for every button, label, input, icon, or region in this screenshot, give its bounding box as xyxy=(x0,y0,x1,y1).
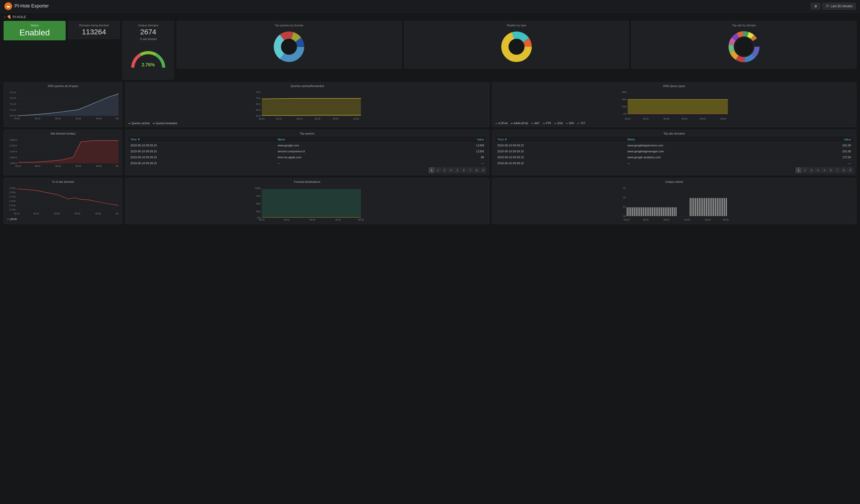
navbar-left: 🕳 PI-Hole Exporter xyxy=(4,2,49,10)
svg-marker-66 xyxy=(628,99,728,114)
time-range-button[interactable]: ⏱ Last 30 minutes xyxy=(822,3,856,10)
svg-rect-178 xyxy=(720,198,721,216)
svg-rect-147 xyxy=(652,207,653,216)
ta-col-value[interactable]: Value xyxy=(798,136,853,143)
svg-rect-146 xyxy=(650,207,651,216)
table-row: 2019-05-10 09:39:15 --- --- xyxy=(128,160,486,166)
status-label: Status xyxy=(8,24,62,27)
table-row: 2019-05-10 09:39:15 www.google-analytics… xyxy=(495,154,853,160)
page-btn-9[interactable]: 9 xyxy=(481,167,486,173)
cached-label: Queries cached xyxy=(131,122,149,125)
svg-rect-158 xyxy=(672,207,673,216)
tads-page-btn-4[interactable]: 4 xyxy=(815,167,821,173)
tq-col-value[interactable]: Value xyxy=(428,136,486,143)
svg-rect-138 xyxy=(636,207,637,216)
section-arrow[interactable]: ∨ xyxy=(4,15,5,18)
svg-text:100%: 100% xyxy=(255,187,261,189)
ads-blocked-title: Ads blocked (today) xyxy=(7,132,119,135)
any-icon xyxy=(531,123,533,124)
svg-text:2.76%: 2.76% xyxy=(9,200,15,202)
forwarded-line-icon xyxy=(153,123,155,124)
page-btn-3[interactable]: 3 xyxy=(442,167,447,173)
svg-text:55 K: 55 K xyxy=(256,115,261,117)
svg-text:2.77%: 2.77% xyxy=(9,196,15,198)
tads-page-btn-8[interactable]: 8 xyxy=(841,167,847,173)
svg-marker-118 xyxy=(262,189,361,218)
ta-col-metric[interactable]: Metric xyxy=(625,136,798,143)
svg-text:09:35: 09:35 xyxy=(353,117,359,120)
ta-col-time[interactable]: Time ▼ xyxy=(495,136,625,143)
tads-page-btn-9[interactable]: 9 xyxy=(847,167,853,173)
svg-rect-171 xyxy=(708,198,709,216)
svg-rect-172 xyxy=(710,198,711,216)
page-btn-1[interactable]: 1 xyxy=(429,167,434,173)
top-ads-table: Time ▼ Metric Value 2019-05-10 09:39:15 … xyxy=(495,136,853,166)
svg-rect-177 xyxy=(719,198,720,216)
table-row: 2019-05-10 09:39:15 www.googletagservice… xyxy=(495,143,853,148)
svg-rect-156 xyxy=(668,207,670,216)
svg-rect-137 xyxy=(634,207,635,216)
page-btn-7[interactable]: 7 xyxy=(468,167,473,173)
page-btn-4[interactable]: 4 xyxy=(448,167,454,173)
svg-text:23: 23 xyxy=(623,187,626,189)
forward-dest-chart: 100% 75% 50% 25% 0% 09:10 09:15 09:20 09… xyxy=(128,185,486,221)
svg-text:09:15: 09:15 xyxy=(284,218,289,221)
svg-rect-135 xyxy=(630,207,631,216)
svg-rect-134 xyxy=(629,207,630,216)
tads-page-btn-5[interactable]: 5 xyxy=(821,167,827,173)
svg-text:09:25: 09:25 xyxy=(335,218,341,221)
tads-page-btn-3[interactable]: 3 xyxy=(808,167,814,173)
tq-col-metric[interactable]: Metric xyxy=(275,136,428,143)
svg-text:09:25: 09:25 xyxy=(684,218,690,221)
legend-forwarded: Queries forwarded xyxy=(153,122,177,125)
svg-text:2.74%: 2.74% xyxy=(9,208,15,211)
page-btn-2[interactable]: 2 xyxy=(435,167,441,173)
svg-rect-145 xyxy=(648,207,649,216)
svg-text:09:30: 09:30 xyxy=(705,218,711,221)
svg-text:09:15: 09:15 xyxy=(34,165,40,167)
monitor-button[interactable]: 🖥 xyxy=(811,3,820,10)
svg-text:09:30: 09:30 xyxy=(358,218,364,221)
ipv6-label: AAAA (IPv6) xyxy=(514,122,528,125)
svg-rect-152 xyxy=(661,207,662,216)
svg-marker-119 xyxy=(262,217,361,218)
navbar-right: 🖥 ⏱ Last 30 minutes xyxy=(811,3,856,10)
svg-rect-162 xyxy=(692,198,693,216)
legend-srv: SRV xyxy=(566,122,574,125)
any-label: ANY xyxy=(534,122,540,125)
tq-col-time[interactable]: Time ▼ xyxy=(128,136,275,143)
svg-rect-180 xyxy=(724,198,725,216)
tads-page-btn-6[interactable]: 6 xyxy=(828,167,834,173)
svg-text:09:10: 09:10 xyxy=(14,117,20,120)
forwarded-label: Queries forwarded xyxy=(156,122,177,125)
svg-text:40%: 40% xyxy=(622,98,627,101)
gauge-value: 2.76% xyxy=(142,62,155,67)
svg-rect-168 xyxy=(702,198,703,216)
page-btn-8[interactable]: 8 xyxy=(474,167,479,173)
tads-page-btn-1[interactable]: 1 xyxy=(796,167,801,173)
svg-text:09:10: 09:10 xyxy=(259,117,265,120)
status-card: Status Enabled xyxy=(4,21,66,40)
svg-text:09:10: 09:10 xyxy=(15,165,21,167)
replies-donut-label: Replies by type xyxy=(408,24,625,27)
txt-icon xyxy=(577,123,579,124)
srv-label: SRV xyxy=(569,122,574,125)
svg-text:09:20: 09:20 xyxy=(310,218,315,221)
page-btn-5[interactable]: 5 xyxy=(455,167,460,173)
ta-metric-2: www.google-analytics.com xyxy=(625,154,798,160)
svg-rect-166 xyxy=(699,198,700,216)
top-stats-row: Status Enabled Domains being blocked 113… xyxy=(4,21,856,80)
page-btn-6[interactable]: 6 xyxy=(461,167,467,173)
dns-queries-panel: DNS queries all of types 72.5 K 72.0 K 7… xyxy=(4,82,123,127)
svg-text:09:15: 09:15 xyxy=(643,218,649,221)
tq-time-2: 2019-05-10 09:39:15 xyxy=(128,154,275,160)
navbar: 🕳 PI-Hole Exporter 🖥 ⏱ Last 30 minutes xyxy=(0,0,860,12)
ta-time-3: 2019-05-10 09:39:15 xyxy=(495,160,625,166)
tq-value-2: 99 xyxy=(428,154,486,160)
tq-metric-2: time-ios.apple.com xyxy=(275,154,428,160)
legend-cached: Queries cached xyxy=(128,122,149,125)
unique-domains-value: 2674 xyxy=(126,28,170,36)
tads-page-btn-7[interactable]: 7 xyxy=(834,167,840,173)
domains-blocked-value: 113264 xyxy=(72,28,116,36)
tads-page-btn-2[interactable]: 2 xyxy=(802,167,808,173)
